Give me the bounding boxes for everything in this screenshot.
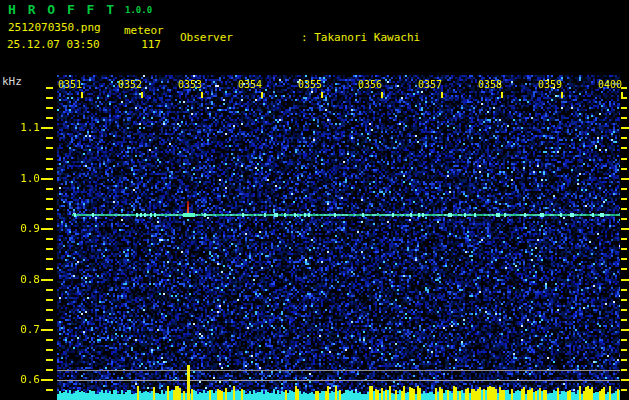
freq-axis-label: 0.8 — [7, 273, 40, 286]
freq-axis-tick-right — [621, 359, 627, 361]
freq-axis-tick-left — [46, 147, 53, 149]
time-axis-tick — [441, 92, 443, 98]
station-label: Observer — [180, 31, 301, 45]
freq-axis-tick-left — [46, 339, 53, 341]
time-axis-label: 0357 — [412, 79, 448, 90]
freq-axis-tick-right — [621, 279, 629, 281]
freq-axis-tick-left — [46, 349, 53, 351]
echo-count: 117 — [120, 38, 161, 51]
freq-axis-tick-left — [46, 289, 53, 291]
time-axis-label: 0353 — [172, 79, 208, 90]
time-axis-label: 0356 — [352, 79, 388, 90]
freq-axis-tick-right — [621, 158, 627, 160]
station-value: : Takanori Kawachi — [301, 31, 420, 45]
freq-axis-tick-right — [621, 97, 627, 99]
time-axis-label: 0355 — [292, 79, 328, 90]
freq-axis-tick-right — [621, 379, 629, 381]
freq-axis-tick-right — [621, 188, 627, 190]
freq-axis-tick-right — [621, 329, 629, 331]
freq-axis-tick-right — [621, 147, 627, 149]
freq-axis-tick-right — [621, 87, 627, 89]
freq-axis-tick-left — [46, 117, 53, 119]
freq-axis-tick-right — [621, 299, 627, 301]
freq-axis-tick-right — [621, 289, 627, 291]
freq-axis-tick-left — [41, 379, 53, 381]
freq-axis-tick-right — [621, 228, 629, 230]
freq-axis-tick-left — [46, 389, 53, 391]
freq-axis-tick-left — [46, 107, 53, 109]
freq-axis-tick-right — [621, 369, 627, 371]
output-file-name: 2512070350.png — [8, 21, 101, 34]
freq-axis-tick-left — [41, 178, 53, 180]
freq-axis-tick-right — [621, 137, 627, 139]
freq-axis-tick-left — [46, 218, 53, 220]
time-axis-tick — [141, 92, 143, 98]
freq-axis-tick-right — [621, 198, 627, 200]
freq-axis-tick-left — [46, 299, 53, 301]
freq-axis-tick-left — [46, 359, 53, 361]
freq-axis-tick-right — [621, 178, 629, 180]
freq-axis-tick-right — [621, 339, 627, 341]
freq-axis-tick-left — [46, 369, 53, 371]
freq-axis-tick-left — [46, 198, 53, 200]
station-row-observer: Observer : Takanori Kawachi — [180, 31, 553, 45]
freq-axis-label: 0.9 — [7, 222, 40, 235]
mode-label: meteor — [124, 24, 164, 37]
freq-axis-tick-right — [621, 218, 627, 220]
time-axis-label: 0359 — [532, 79, 568, 90]
freq-axis-tick-left — [46, 87, 53, 89]
freq-axis-tick-right — [621, 208, 627, 210]
freq-axis-tick-left — [46, 319, 53, 321]
spectrogram-canvas — [57, 75, 620, 400]
hrofft-window: H R O F F T 1.0.0 2512070350.png meteor … — [0, 0, 629, 400]
frequency-unit-label: kHz — [2, 75, 22, 88]
freq-axis-label: 1.0 — [7, 172, 40, 185]
time-axis-tick — [201, 92, 203, 98]
time-axis-tick — [381, 92, 383, 98]
freq-axis-tick-left — [46, 309, 53, 311]
time-axis-label: 0358 — [472, 79, 508, 90]
freq-axis-tick-left — [46, 258, 53, 260]
freq-axis-tick-right — [621, 248, 627, 250]
freq-axis-tick-right — [621, 127, 629, 129]
freq-axis-tick-right — [621, 349, 627, 351]
app-title: H R O F F T — [8, 2, 116, 17]
freq-axis-tick-left — [46, 208, 53, 210]
freq-axis-tick-left — [46, 238, 53, 240]
time-axis-tick — [81, 92, 83, 98]
time-axis-tick — [261, 92, 263, 98]
freq-axis-tick-left — [41, 228, 53, 230]
time-axis-label: 0351 — [52, 79, 88, 90]
freq-axis-tick-left — [46, 188, 53, 190]
time-axis-tick — [321, 92, 323, 98]
time-axis-tick — [561, 92, 563, 98]
freq-axis-tick-left — [41, 279, 53, 281]
time-axis-label: 0352 — [112, 79, 148, 90]
freq-axis-tick-right — [621, 258, 627, 260]
freq-axis-tick-left — [41, 329, 53, 331]
freq-axis-tick-right — [621, 168, 627, 170]
time-axis-label: 0354 — [232, 79, 268, 90]
freq-axis-tick-right — [621, 309, 627, 311]
freq-axis-tick-right — [621, 107, 627, 109]
freq-axis-tick-right — [621, 117, 627, 119]
freq-axis-tick-left — [46, 168, 53, 170]
freq-axis-tick-left — [46, 158, 53, 160]
datetime-label: 25.12.07 03:50 — [7, 38, 100, 51]
freq-axis-tick-right — [621, 268, 627, 270]
freq-axis-label: 0.7 — [7, 323, 40, 336]
freq-axis-tick-left — [46, 268, 53, 270]
freq-axis-label: 1.1 — [7, 121, 40, 134]
app-version: 1.0.0 — [125, 5, 152, 15]
freq-axis-tick-left — [46, 248, 53, 250]
freq-axis-tick-right — [621, 389, 627, 391]
freq-axis-tick-left — [46, 97, 53, 99]
freq-axis-tick-left — [41, 127, 53, 129]
freq-axis-tick-right — [621, 238, 627, 240]
freq-axis-tick-left — [46, 137, 53, 139]
time-axis-tick — [501, 92, 503, 98]
freq-axis-label: 0.6 — [7, 373, 40, 386]
freq-axis-tick-right — [621, 319, 627, 321]
